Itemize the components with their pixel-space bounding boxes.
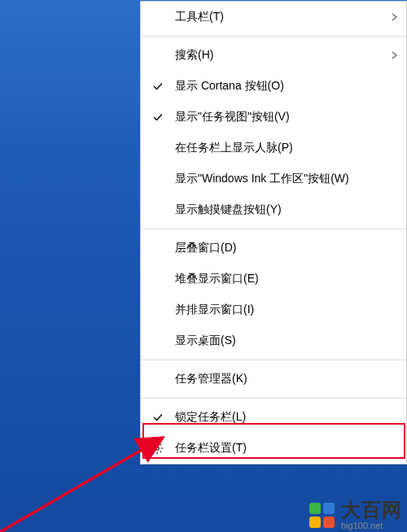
watermark: 大百网 big100.net xyxy=(309,500,402,530)
watermark-logo-icon xyxy=(309,503,335,528)
menu-item-label: 显示桌面(S) xyxy=(175,334,390,348)
menu-item-show-touch-keyboard[interactable]: 显示触摸键盘按钮(Y) xyxy=(141,194,406,225)
svg-line-8 xyxy=(160,444,162,446)
check-icon xyxy=(152,81,164,92)
logo-tile xyxy=(309,503,321,514)
menu-item-label: 并排显示窗口(I) xyxy=(175,303,390,317)
menu-item-label: 层叠窗口(D) xyxy=(175,241,390,255)
svg-line-6 xyxy=(160,451,162,453)
logo-tile xyxy=(323,517,335,528)
menu-item-show-task-view[interactable]: 显示"任务视图"按钮(V) xyxy=(141,102,406,133)
menu-separator xyxy=(141,360,406,360)
chevron-right-icon xyxy=(392,51,398,59)
menu-item-label: 锁定任务栏(L) xyxy=(175,410,390,425)
svg-line-9 xyxy=(0,438,163,532)
menu-item-search[interactable]: 搜索(H) xyxy=(141,40,406,71)
desktop-background: 工具栏(T) 搜索(H) 显示 Cortana 按钮(O) 显示"任务视图"按钮… xyxy=(0,0,407,532)
menu-item-label: 任务栏设置(T) xyxy=(175,441,390,456)
menu-item-label: 显示"任务视图"按钮(V) xyxy=(175,110,390,124)
watermark-url: big100.net xyxy=(341,521,402,530)
logo-tile xyxy=(309,517,321,528)
svg-point-0 xyxy=(155,447,159,450)
chevron-right-icon xyxy=(392,13,398,21)
menu-item-label: 任务管理器(K) xyxy=(175,372,390,386)
gear-icon xyxy=(151,442,164,455)
menu-item-show-desktop[interactable]: 显示桌面(S) xyxy=(141,325,406,356)
menu-item-toolbars[interactable]: 工具栏(T) xyxy=(141,2,406,33)
menu-separator xyxy=(141,36,406,37)
menu-separator xyxy=(141,398,406,399)
menu-item-label: 显示"Windows Ink 工作区"按钮(W) xyxy=(175,172,390,186)
menu-item-label: 堆叠显示窗口(E) xyxy=(175,272,390,286)
menu-item-show-cortana[interactable]: 显示 Cortana 按钮(O) xyxy=(141,71,406,102)
menu-item-side-by-side[interactable]: 并排显示窗口(I) xyxy=(141,294,406,325)
logo-tile xyxy=(323,503,335,514)
menu-separator xyxy=(141,229,406,229)
menu-item-show-windows-ink[interactable]: 显示"Windows Ink 工作区"按钮(W) xyxy=(141,164,406,194)
menu-item-task-manager[interactable]: 任务管理器(K) xyxy=(141,364,406,395)
menu-item-show-people[interactable]: 在任务栏上显示人脉(P) xyxy=(141,133,406,164)
menu-item-label: 搜索(H) xyxy=(175,48,390,63)
check-icon xyxy=(152,111,164,123)
svg-line-5 xyxy=(153,444,155,446)
menu-item-taskbar-settings[interactable]: 任务栏设置(T) xyxy=(141,433,406,464)
check-icon xyxy=(152,412,164,423)
menu-item-stack-windows[interactable]: 堆叠显示窗口(E) xyxy=(141,264,406,294)
menu-item-lock-taskbar[interactable]: 锁定任务栏(L) xyxy=(141,402,406,433)
menu-item-label: 显示 Cortana 按钮(O) xyxy=(175,79,390,94)
svg-line-7 xyxy=(153,451,155,453)
menu-item-cascade-windows[interactable]: 层叠窗口(D) xyxy=(141,233,406,264)
menu-item-label: 工具栏(T) xyxy=(175,10,390,24)
menu-item-label: 在任务栏上显示人脉(P) xyxy=(175,141,390,155)
taskbar-context-menu: 工具栏(T) 搜索(H) 显示 Cortana 按钮(O) 显示"任务视图"按钮… xyxy=(140,1,407,464)
watermark-title: 大百网 xyxy=(341,500,402,520)
menu-item-label: 显示触摸键盘按钮(Y) xyxy=(175,203,390,217)
